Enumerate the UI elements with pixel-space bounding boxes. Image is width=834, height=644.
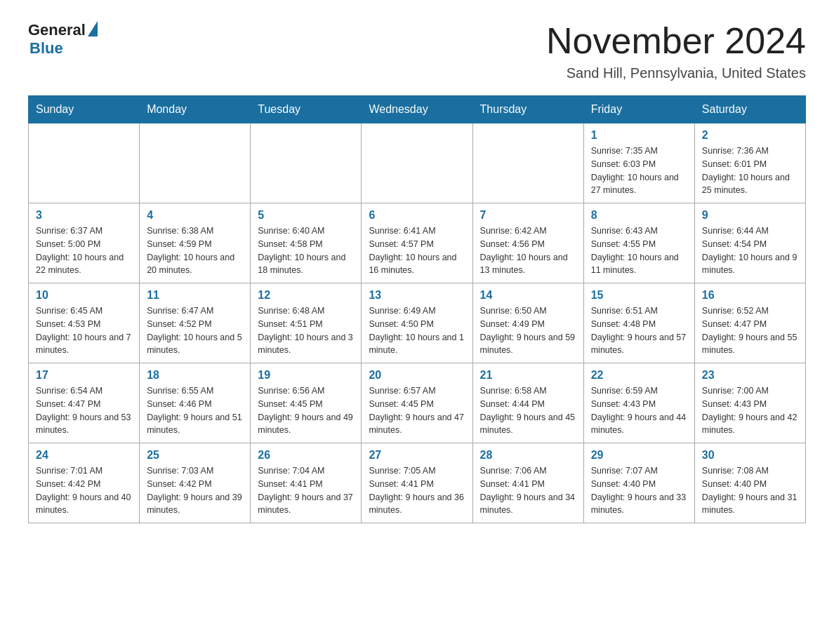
column-header-sunday: Sunday	[29, 96, 140, 123]
day-number: 18	[147, 369, 243, 382]
day-info: Sunrise: 6:43 AM Sunset: 4:55 PM Dayligh…	[591, 224, 687, 277]
month-title: November 2024	[546, 21, 806, 61]
day-number: 7	[480, 209, 576, 222]
calendar-cell: 18Sunrise: 6:55 AM Sunset: 4:46 PM Dayli…	[140, 363, 251, 443]
calendar-cell: 30Sunrise: 7:08 AM Sunset: 4:40 PM Dayli…	[694, 443, 805, 523]
day-number: 22	[591, 369, 687, 382]
calendar-cell: 20Sunrise: 6:57 AM Sunset: 4:45 PM Dayli…	[362, 363, 472, 443]
calendar-cell: 26Sunrise: 7:04 AM Sunset: 4:41 PM Dayli…	[251, 443, 362, 523]
calendar-cell: 22Sunrise: 6:59 AM Sunset: 4:43 PM Dayli…	[583, 363, 694, 443]
column-header-tuesday: Tuesday	[251, 96, 362, 123]
day-info: Sunrise: 7:00 AM Sunset: 4:43 PM Dayligh…	[702, 384, 798, 437]
calendar-cell	[251, 123, 362, 203]
calendar-cell: 21Sunrise: 6:58 AM Sunset: 4:44 PM Dayli…	[472, 363, 583, 443]
day-info: Sunrise: 7:06 AM Sunset: 4:41 PM Dayligh…	[480, 464, 576, 517]
day-info: Sunrise: 6:58 AM Sunset: 4:44 PM Dayligh…	[480, 384, 576, 437]
calendar-cell	[140, 123, 251, 203]
week-row-3: 10Sunrise: 6:45 AM Sunset: 4:53 PM Dayli…	[29, 283, 806, 363]
day-number: 3	[36, 209, 132, 222]
column-header-monday: Monday	[140, 96, 251, 123]
day-info: Sunrise: 6:38 AM Sunset: 4:59 PM Dayligh…	[147, 224, 243, 277]
day-info: Sunrise: 6:47 AM Sunset: 4:52 PM Dayligh…	[147, 304, 243, 357]
day-number: 20	[369, 369, 465, 382]
day-number: 12	[258, 289, 354, 302]
logo: General Blue	[28, 21, 98, 58]
day-number: 1	[591, 129, 687, 142]
calendar-cell: 15Sunrise: 6:51 AM Sunset: 4:48 PM Dayli…	[583, 283, 694, 363]
calendar-table: SundayMondayTuesdayWednesdayThursdayFrid…	[28, 95, 806, 523]
day-info: Sunrise: 6:55 AM Sunset: 4:46 PM Dayligh…	[147, 384, 243, 437]
logo-triangle-icon	[88, 21, 98, 36]
day-number: 16	[702, 289, 798, 302]
day-number: 29	[591, 449, 687, 462]
calendar-cell: 8Sunrise: 6:43 AM Sunset: 4:55 PM Daylig…	[583, 203, 694, 283]
calendar-cell: 3Sunrise: 6:37 AM Sunset: 5:00 PM Daylig…	[29, 203, 140, 283]
day-number: 15	[591, 289, 687, 302]
day-info: Sunrise: 7:03 AM Sunset: 4:42 PM Dayligh…	[147, 464, 243, 517]
calendar-cell: 25Sunrise: 7:03 AM Sunset: 4:42 PM Dayli…	[140, 443, 251, 523]
column-header-wednesday: Wednesday	[362, 96, 472, 123]
calendar-cell: 10Sunrise: 6:45 AM Sunset: 4:53 PM Dayli…	[29, 283, 140, 363]
day-info: Sunrise: 7:35 AM Sunset: 6:03 PM Dayligh…	[591, 145, 687, 197]
day-number: 27	[369, 449, 465, 462]
calendar-cell: 27Sunrise: 7:05 AM Sunset: 4:41 PM Dayli…	[362, 443, 472, 523]
day-number: 14	[480, 289, 576, 302]
logo-blue-text: Blue	[29, 39, 63, 58]
title-area: November 2024 Sand Hill, Pennsylvania, U…	[546, 21, 806, 81]
calendar-cell: 12Sunrise: 6:48 AM Sunset: 4:51 PM Dayli…	[251, 283, 362, 363]
calendar-cell: 11Sunrise: 6:47 AM Sunset: 4:52 PM Dayli…	[140, 283, 251, 363]
calendar-cell: 6Sunrise: 6:41 AM Sunset: 4:57 PM Daylig…	[362, 203, 472, 283]
calendar-cell: 14Sunrise: 6:50 AM Sunset: 4:49 PM Dayli…	[472, 283, 583, 363]
day-info: Sunrise: 7:05 AM Sunset: 4:41 PM Dayligh…	[369, 464, 465, 517]
day-number: 4	[147, 209, 243, 222]
week-row-4: 17Sunrise: 6:54 AM Sunset: 4:47 PM Dayli…	[29, 363, 806, 443]
day-info: Sunrise: 6:51 AM Sunset: 4:48 PM Dayligh…	[591, 304, 687, 357]
day-info: Sunrise: 6:42 AM Sunset: 4:56 PM Dayligh…	[480, 224, 576, 277]
day-number: 21	[480, 369, 576, 382]
day-info: Sunrise: 6:59 AM Sunset: 4:43 PM Dayligh…	[591, 384, 687, 437]
day-info: Sunrise: 7:04 AM Sunset: 4:41 PM Dayligh…	[258, 464, 354, 517]
calendar-cell: 17Sunrise: 6:54 AM Sunset: 4:47 PM Dayli…	[29, 363, 140, 443]
day-number: 6	[369, 209, 465, 222]
week-row-1: 1Sunrise: 7:35 AM Sunset: 6:03 PM Daylig…	[29, 123, 806, 203]
calendar-cell: 5Sunrise: 6:40 AM Sunset: 4:58 PM Daylig…	[251, 203, 362, 283]
calendar-cell: 23Sunrise: 7:00 AM Sunset: 4:43 PM Dayli…	[694, 363, 805, 443]
day-info: Sunrise: 6:49 AM Sunset: 4:50 PM Dayligh…	[369, 304, 465, 357]
day-info: Sunrise: 6:41 AM Sunset: 4:57 PM Dayligh…	[369, 224, 465, 277]
calendar-cell: 7Sunrise: 6:42 AM Sunset: 4:56 PM Daylig…	[472, 203, 583, 283]
day-info: Sunrise: 6:57 AM Sunset: 4:45 PM Dayligh…	[369, 384, 465, 437]
day-number: 2	[702, 129, 798, 142]
day-number: 25	[147, 449, 243, 462]
day-info: Sunrise: 7:36 AM Sunset: 6:01 PM Dayligh…	[702, 145, 798, 197]
day-info: Sunrise: 6:45 AM Sunset: 4:53 PM Dayligh…	[36, 304, 132, 357]
day-number: 26	[258, 449, 354, 462]
day-number: 23	[702, 369, 798, 382]
calendar-cell: 19Sunrise: 6:56 AM Sunset: 4:45 PM Dayli…	[251, 363, 362, 443]
day-info: Sunrise: 7:07 AM Sunset: 4:40 PM Dayligh…	[591, 464, 687, 517]
day-info: Sunrise: 6:37 AM Sunset: 5:00 PM Dayligh…	[36, 224, 132, 277]
day-info: Sunrise: 6:50 AM Sunset: 4:49 PM Dayligh…	[480, 304, 576, 357]
calendar-cell: 4Sunrise: 6:38 AM Sunset: 4:59 PM Daylig…	[140, 203, 251, 283]
day-number: 5	[258, 209, 354, 222]
calendar-cell	[472, 123, 583, 203]
calendar-cell: 13Sunrise: 6:49 AM Sunset: 4:50 PM Dayli…	[362, 283, 472, 363]
day-info: Sunrise: 7:08 AM Sunset: 4:40 PM Dayligh…	[702, 464, 798, 517]
day-number: 10	[36, 289, 132, 302]
day-number: 11	[147, 289, 243, 302]
day-info: Sunrise: 6:54 AM Sunset: 4:47 PM Dayligh…	[36, 384, 132, 437]
calendar-cell: 24Sunrise: 7:01 AM Sunset: 4:42 PM Dayli…	[29, 443, 140, 523]
calendar-cell	[362, 123, 472, 203]
day-number: 9	[702, 209, 798, 222]
calendar-cell	[29, 123, 140, 203]
calendar-cell: 16Sunrise: 6:52 AM Sunset: 4:47 PM Dayli…	[694, 283, 805, 363]
day-info: Sunrise: 6:48 AM Sunset: 4:51 PM Dayligh…	[258, 304, 354, 357]
day-info: Sunrise: 6:40 AM Sunset: 4:58 PM Dayligh…	[258, 224, 354, 277]
calendar-header-row: SundayMondayTuesdayWednesdayThursdayFrid…	[29, 96, 806, 123]
calendar-cell: 1Sunrise: 7:35 AM Sunset: 6:03 PM Daylig…	[583, 123, 694, 203]
column-header-friday: Friday	[583, 96, 694, 123]
day-number: 13	[369, 289, 465, 302]
calendar-cell: 2Sunrise: 7:36 AM Sunset: 6:01 PM Daylig…	[694, 123, 805, 203]
week-row-2: 3Sunrise: 6:37 AM Sunset: 5:00 PM Daylig…	[29, 203, 806, 283]
day-info: Sunrise: 6:44 AM Sunset: 4:54 PM Dayligh…	[702, 224, 798, 277]
day-number: 8	[591, 209, 687, 222]
